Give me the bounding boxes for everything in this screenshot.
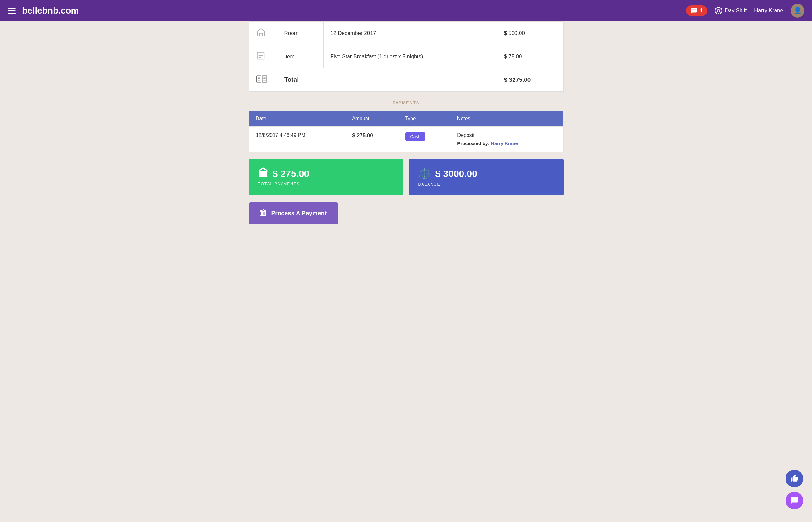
- header: bellebnb.com 1: [0, 0, 812, 21]
- balance-label: BALANCE: [419, 182, 554, 186]
- col-notes: Notes: [450, 111, 563, 127]
- balance-value: $ 3000.00: [436, 168, 477, 179]
- avatar: 👤: [791, 4, 805, 18]
- payments-section: PAYMENTS Date Amount Type Notes 12/8/201…: [249, 100, 564, 224]
- sun-icon: [715, 7, 722, 14]
- processed-by: Processed by: Harry Krane: [457, 141, 556, 146]
- chat-icon: [790, 497, 798, 505]
- svg-rect-15: [262, 76, 266, 82]
- svg-rect-14: [256, 76, 261, 82]
- chat-fab[interactable]: [786, 492, 803, 509]
- summary-cards: 🏛 $ 275.00 TOTAL PAYMENTS ⚖️ $ 3000.00 B…: [249, 159, 564, 195]
- scale-icon: ⚖️: [419, 168, 431, 180]
- total-payments-card: 🏛 $ 275.00 TOTAL PAYMENTS: [249, 159, 403, 195]
- hamburger-menu[interactable]: [7, 8, 16, 14]
- total-amount-cell: $ 3275.00: [497, 68, 563, 92]
- processed-by-label: Processed by:: [457, 141, 489, 146]
- main-content: Room 12 December 2017 $ 500.00 Item Five…: [249, 21, 564, 243]
- total-payments-amount: 🏛 $ 275.00: [258, 168, 394, 179]
- fab-container: [786, 470, 803, 509]
- payment-type: Cash: [398, 127, 450, 152]
- col-date: Date: [249, 111, 345, 127]
- payment-amount-value: $ 275.00: [352, 133, 373, 138]
- invoice-total-row: Total $ 3275.00: [249, 68, 563, 92]
- shift-icon: [715, 7, 722, 15]
- svg-rect-9: [260, 33, 262, 36]
- item-type-cell: Item: [277, 45, 323, 68]
- svg-line-3: [717, 9, 717, 9]
- total-icon-cell: [249, 68, 277, 92]
- payments-table: Date Amount Type Notes 12/8/2017 4:46:49…: [249, 111, 564, 152]
- avatar-image: 👤: [791, 4, 805, 18]
- svg-line-7: [717, 12, 717, 13]
- shift-info: Day Shift: [715, 7, 747, 15]
- invoice-table: Room 12 December 2017 $ 500.00 Item Five…: [249, 21, 564, 92]
- item-icon: [256, 51, 266, 60]
- payment-row: 12/8/2017 4:46:49 PM $ 275.00 Cash Depos…: [249, 127, 563, 152]
- process-btn-label: Process A Payment: [271, 210, 327, 217]
- total-label-cell: Total: [277, 68, 497, 92]
- room-icon-cell: [249, 22, 277, 45]
- payment-note-text: Deposit: [457, 133, 556, 138]
- col-type: Type: [398, 111, 450, 127]
- item-description-cell: Five Star Breakfast (1 guest x 5 nights): [323, 45, 497, 68]
- cash-badge: Cash: [405, 133, 426, 141]
- header-right: 1 Day Shift Harry Krane 👤: [686, 4, 805, 18]
- thumbs-up-icon: [790, 475, 798, 483]
- processed-by-name[interactable]: Harry Krane: [491, 141, 518, 146]
- notification-badge[interactable]: 1: [686, 5, 707, 16]
- invoice-row-room: Room 12 December 2017 $ 500.00: [249, 22, 563, 45]
- payments-table-header: Date Amount Type Notes: [249, 111, 563, 127]
- logo: bellebnb.com: [22, 6, 79, 16]
- payment-date: 12/8/2017 4:46:49 PM: [249, 127, 345, 152]
- invoice-row-item: Item Five Star Breakfast (1 guest x 5 ni…: [249, 45, 563, 68]
- col-amount: Amount: [345, 111, 398, 127]
- chat-bubble-icon: [691, 7, 697, 14]
- item-amount-cell: $ 75.00: [497, 45, 563, 68]
- header-left: bellebnb.com: [7, 6, 79, 16]
- room-amount-cell: $ 500.00: [497, 22, 563, 45]
- svg-line-8: [720, 9, 721, 9]
- payments-title: PAYMENTS: [249, 100, 564, 105]
- total-payments-value: $ 275.00: [273, 168, 309, 179]
- shift-label: Day Shift: [725, 7, 747, 14]
- item-icon-cell: [249, 45, 277, 68]
- svg-point-0: [717, 9, 720, 12]
- payment-notes: Deposit Processed by: Harry Krane: [450, 127, 563, 152]
- payment-amount: $ 275.00: [345, 127, 398, 152]
- room-type-cell: Room: [277, 22, 323, 45]
- notification-count: 1: [700, 8, 703, 14]
- balance-card: ⚖️ $ 3000.00 BALANCE: [409, 159, 564, 195]
- svg-line-4: [720, 12, 721, 13]
- house-icon: [256, 27, 266, 37]
- bank-icon: 🏛: [258, 168, 268, 179]
- total-icon: [256, 74, 267, 84]
- thumbs-up-fab[interactable]: [786, 470, 803, 487]
- room-description-cell: 12 December 2017: [323, 22, 497, 45]
- user-name: Harry Krane: [754, 7, 783, 14]
- process-payment-button[interactable]: 🏛 Process A Payment: [249, 202, 338, 224]
- process-btn-icon: 🏛: [260, 209, 267, 217]
- total-payments-label: TOTAL PAYMENTS: [258, 182, 394, 186]
- balance-amount: ⚖️ $ 3000.00: [419, 168, 554, 180]
